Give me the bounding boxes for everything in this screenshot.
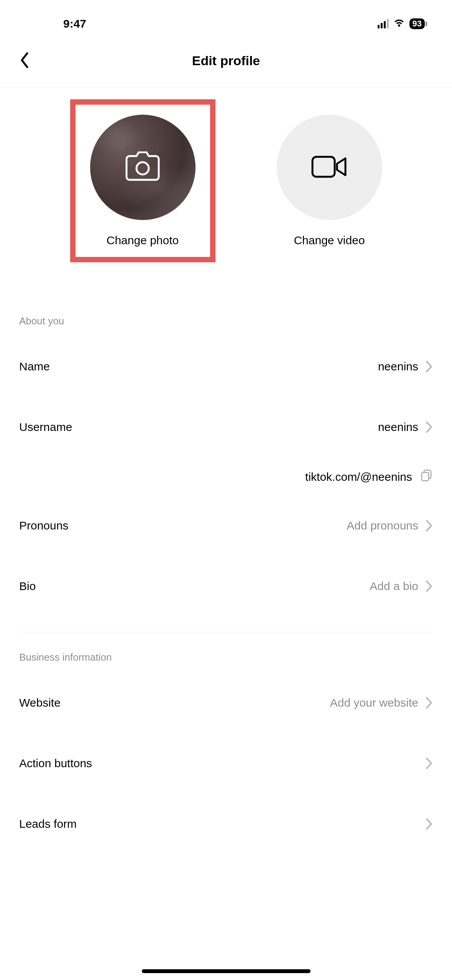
svg-rect-1 [312,157,335,177]
action-buttons-label: Action buttons [19,757,92,770]
bio-value: Add a bio [370,580,418,593]
website-row[interactable]: Website Add your website [0,673,452,733]
website-label: Website [19,696,61,709]
status-time: 9:47 [63,17,86,30]
chevron-right-icon [425,818,433,830]
svg-point-0 [136,162,149,174]
name-row[interactable]: Name neenins [0,336,452,397]
change-photo-highlight: Change photo [70,99,215,262]
business-info-section-title: Business information [0,651,452,673]
chevron-left-icon [19,52,31,70]
back-button[interactable] [15,51,35,71]
bio-row[interactable]: Bio Add a bio [0,556,452,617]
about-you-section-title: About you [0,262,452,336]
svg-rect-3 [422,472,429,481]
battery-level: 93 [409,18,425,29]
chevron-right-icon [425,520,433,531]
website-value: Add your website [330,696,418,709]
divider [19,632,433,632]
change-video-label: Change video [294,234,365,247]
cellular-signal-icon [378,19,389,28]
leads-form-label: Leads form [19,817,77,830]
video-icon [310,153,348,182]
profile-url: tiktok.com/@neenins [305,470,412,483]
change-photo-button[interactable] [90,115,196,220]
bio-label: Bio [19,580,36,593]
change-video-button[interactable] [277,115,382,220]
chevron-right-icon [425,697,433,709]
username-value: neenins [378,421,418,434]
action-buttons-row[interactable]: Action buttons [0,733,452,794]
home-indicator[interactable] [142,969,311,973]
change-photo-label: Change photo [107,234,179,247]
copy-icon[interactable] [420,469,433,485]
page-title: Edit profile [192,53,260,68]
nav-header: Edit profile [0,34,452,88]
chevron-right-icon [425,758,433,769]
wifi-icon [393,17,405,30]
profile-url-row[interactable]: tiktok.com/@neenins [0,457,452,495]
battery-icon: 93 [409,18,427,29]
chevron-right-icon [425,421,433,433]
name-label: Name [19,360,50,373]
name-value: neenins [378,360,418,373]
pronouns-row[interactable]: Pronouns Add pronouns [0,495,452,556]
chevron-right-icon [425,580,433,592]
pronouns-label: Pronouns [19,519,68,532]
leads-form-row[interactable]: Leads form [0,794,452,854]
username-label: Username [19,421,72,434]
pronouns-value: Add pronouns [347,519,418,532]
username-row[interactable]: Username neenins [0,397,452,457]
camera-icon [125,151,160,184]
status-bar: 9:47 93 [0,0,452,34]
chevron-right-icon [425,361,433,372]
